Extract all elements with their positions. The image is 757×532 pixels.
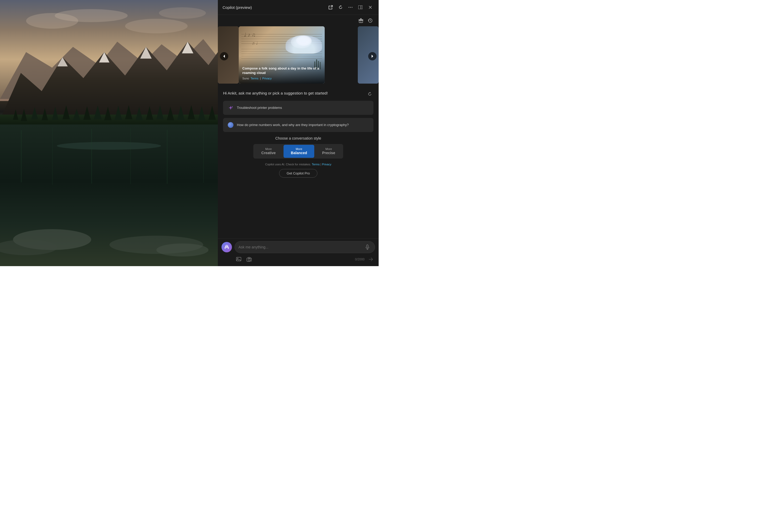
svg-rect-35 [52,127,53,185]
carousel-prev-button[interactable] [220,52,228,60]
disclaimer-privacy-link[interactable]: Privacy [322,163,331,166]
style-buttons-group: More Creative More Balanced More Precise [253,144,343,158]
svg-rect-47 [358,6,362,9]
input-toolbar: 0/2000 [222,255,375,264]
side-panel-button[interactable] [357,4,364,11]
carousel-author: Suno [242,77,249,80]
conversation-style-section: Choose a conversation style More Creativ… [223,135,374,160]
svg-point-45 [350,7,351,8]
svg-point-43 [156,243,208,257]
camera-button[interactable] [245,255,253,264]
header-icons [327,4,374,11]
panel-main-content: Hi Ankit, ask me anything or pick a sugg… [218,86,378,238]
svg-line-67 [251,261,251,262]
background-image [0,0,218,266]
style-creative-button[interactable]: More Creative [254,145,283,158]
suggestion-2-text: How do prime numbers work, and why are t… [237,123,349,127]
image-carousel: ♩ ♪ ♫ ♬ ♩ Compose a folk song ab [218,26,378,86]
input-area: 0/2000 [218,238,378,266]
style-precise-button[interactable]: More Precise [315,145,343,158]
svg-point-3 [125,19,188,33]
more-options-button[interactable] [347,4,354,11]
carousel-terms-link[interactable]: Terms [251,77,258,80]
copilot-panel: Copilot (preview) [218,0,378,266]
svg-point-4 [159,7,206,19]
carousel-card-title: Compose a folk song about a day in the l… [242,67,321,75]
refresh-button[interactable] [337,4,344,11]
svg-rect-63 [248,257,250,258]
history-icon-button[interactable] [367,17,374,24]
svg-rect-38 [167,130,167,184]
panel-header: Copilot (preview) [218,0,378,15]
input-row [222,241,375,253]
carousel-card-footer: Suno Terms | Privacy [242,77,321,80]
greeting-row: Hi Ankit, ask me anything or pick a sugg… [223,90,374,98]
greeting-refresh-button[interactable] [366,90,374,98]
gift-icon-button[interactable] [357,17,365,24]
precise-more-label: More [325,147,332,151]
carousel-next-button[interactable] [368,52,377,60]
creative-more-label: More [265,147,272,151]
svg-point-62 [248,259,250,261]
svg-point-33 [57,142,161,150]
suggestion-1-text: Troubleshoot printer problems [237,105,282,110]
svg-rect-36 [91,129,92,183]
svg-rect-34 [21,130,22,182]
svg-rect-54 [225,248,226,249]
greeting-text: Hi Ankit, ask me anything or pick a sugg… [223,90,366,96]
get-copilot-pro-button[interactable]: Get Copilot Pro [279,169,318,178]
suggestion-card-1[interactable]: Troubleshoot printer problems [223,101,374,115]
carousel-card-main: ♩ ♪ ♫ ♬ ♩ Compose a folk song ab [239,26,325,84]
balanced-label: Balanced [291,151,307,155]
char-count: 0/2000 [256,258,365,261]
user-avatar [222,242,232,252]
close-button[interactable] [367,4,374,11]
image-upload-button[interactable] [234,255,243,264]
svg-point-2 [55,9,128,22]
creative-label: Creative [261,151,276,155]
carousel-card-overlay: Compose a folk song about a day in the l… [239,56,325,84]
input-box[interactable] [234,241,375,253]
suggestion-card-2[interactable]: How do prime numbers work, and why are t… [223,118,374,132]
panel-title: Copilot (preview) [223,5,325,10]
carousel-privacy-link[interactable]: Privacy [262,77,272,80]
mic-button[interactable] [364,243,371,251]
send-button[interactable] [367,255,375,264]
balanced-more-label: More [296,147,302,151]
panel-subheader [218,15,378,26]
suggestion-1-icon [227,105,234,111]
disclaimer-text: Copilot uses AI. Check for mistakes. Ter… [223,163,374,166]
svg-point-44 [349,7,349,8]
open-external-button[interactable] [327,4,334,11]
style-balanced-button[interactable]: More Balanced [284,145,314,158]
disclaimer-terms-link[interactable]: Terms [312,163,319,166]
svg-rect-39 [203,131,204,183]
svg-rect-56 [367,245,368,247]
svg-rect-37 [130,128,131,184]
precise-label: Precise [322,151,335,155]
svg-rect-55 [228,248,229,249]
suggestion-2-icon [227,122,234,128]
style-section-title: Choose a conversation style [275,136,321,140]
svg-rect-64 [251,259,251,259]
svg-point-46 [352,7,352,8]
chat-input[interactable] [238,245,362,249]
